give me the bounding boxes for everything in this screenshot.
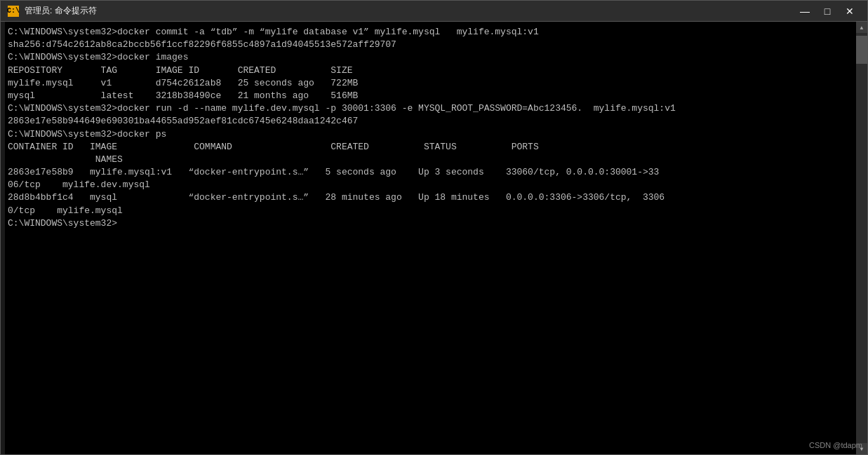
terminal-line-l18: 0/tcp mylife.mysql: [8, 205, 853, 217]
terminal-line-l4: C:\WINDOWS\system32>docker images: [8, 51, 853, 64]
terminal-line-l15: 2863e17e58b9 mylife.mysql:v1 “docker-ent…: [8, 166, 853, 179]
app-icon: C:\: [8, 6, 19, 17]
terminal[interactable]: C:\WINDOWS\system32>docker commit -a “td…: [5, 22, 856, 454]
terminal-line-l5: REPOSITORY TAG IMAGE ID CREATED SIZE: [8, 64, 853, 77]
terminal-wrapper: C:\WINDOWS\system32>docker commit -a “td…: [1, 22, 867, 454]
terminal-line-l20: C:\WINDOWS\system32>: [8, 217, 853, 230]
titlebar: C:\ 管理员: 命令提示符 — □ ✕: [1, 1, 867, 22]
terminal-line-l1: C:\WINDOWS\system32>docker commit -a “td…: [8, 26, 853, 39]
terminal-line-l14: NAMES: [8, 154, 853, 166]
maximize-button[interactable]: □: [817, 4, 838, 19]
scrollbar-right[interactable]: ▲ ▼: [856, 22, 867, 454]
close-button[interactable]: ✕: [839, 4, 860, 19]
terminal-line-l12: C:\WINDOWS\system32>docker ps: [8, 128, 853, 141]
terminal-line-l13: CONTAINER ID IMAGE COMMAND CREATED STATU…: [8, 141, 853, 154]
window: C:\ 管理员: 命令提示符 — □ ✕ C:\WINDOWS\system32…: [0, 0, 868, 455]
terminal-line-l17: 28d8b4bbf1c4 mysql “docker-entrypoint.s……: [8, 191, 853, 204]
window-controls: — □ ✕: [794, 4, 860, 19]
terminal-line-l16: 06/tcp mylife.dev.mysql: [8, 179, 853, 191]
minimize-button[interactable]: —: [794, 4, 815, 19]
window-title: 管理员: 命令提示符: [25, 5, 794, 17]
terminal-line-l6: mylife.mysql v1 d754c2612ab8 25 seconds …: [8, 77, 853, 90]
terminal-line-l10: 2863e17e58b944649e690301ba44655ad952aef8…: [8, 115, 853, 128]
terminal-line-l9: C:\WINDOWS\system32>docker run -d --name…: [8, 102, 853, 115]
watermark-text: CSDN @tdapm: [809, 441, 862, 449]
scroll-up-arrow[interactable]: ▲: [856, 22, 867, 33]
terminal-line-l2: sha256:d754c2612ab8ca2bccb56f1ccf82296f6…: [8, 39, 853, 51]
scroll-thumb[interactable]: [856, 36, 867, 64]
terminal-line-l7: mysql latest 3218b38490ce 21 months ago …: [8, 90, 853, 102]
